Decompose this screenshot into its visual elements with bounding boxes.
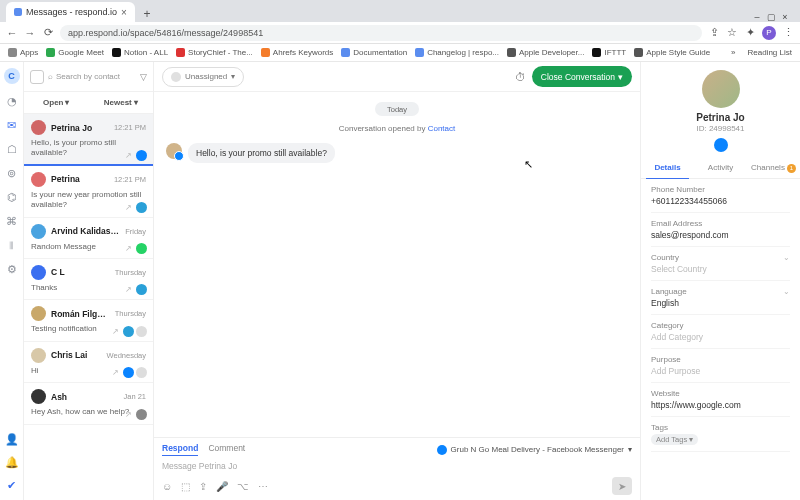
conversation-item[interactable]: Román FilgueiraThursdayTesting notificat… <box>24 300 153 341</box>
snippet-icon[interactable]: ⌥ <box>237 481 249 492</box>
bookmark-item[interactable]: Apps <box>8 48 38 57</box>
dashboard-icon[interactable]: ◔ <box>5 95 18 108</box>
close-window-icon[interactable]: × <box>780 12 790 22</box>
sort-filter[interactable]: Newest▾ <box>89 92 154 113</box>
filter-icon[interactable]: ▽ <box>140 72 147 82</box>
workflow-icon[interactable]: ⌬ <box>5 191 18 204</box>
bookmark-item[interactable]: Ahrefs Keywords <box>261 48 333 57</box>
minimize-icon[interactable]: – <box>752 12 762 22</box>
conv-avatar <box>31 224 46 239</box>
contacts-icon[interactable]: ☖ <box>5 143 18 156</box>
menu-dots-icon[interactable]: ⋮ <box>782 27 794 39</box>
conversation-list: ⌕ Search by contact ▽ Open▾ Newest▾ Petr… <box>24 62 154 500</box>
tab-details[interactable]: Details <box>641 158 694 178</box>
browser-tab[interactable]: Messages - respond.io × <box>6 2 135 22</box>
conversation-item[interactable]: AshJan 21Hey Ash, how can we help?↗ <box>24 383 153 424</box>
attach-icon[interactable]: ⬚ <box>181 481 190 492</box>
star-icon[interactable]: ☆ <box>726 27 738 39</box>
send-button[interactable]: ➤ <box>612 477 632 495</box>
reply-arrow-icon: ↗ <box>123 243 134 254</box>
tab-channels[interactable]: Channels1 <box>747 158 800 178</box>
bookmark-item[interactable]: Notion - ALL <box>112 48 168 57</box>
bell-icon[interactable]: 🔔 <box>5 456 18 469</box>
bookmark-favicon <box>415 48 424 57</box>
chevron-down-icon: ⌄ <box>783 287 790 296</box>
contact-field[interactable]: TagsAdd Tags ▾ <box>651 417 790 452</box>
status-filter[interactable]: Open▾ <box>24 92 89 113</box>
bookmark-label: Google Meet <box>58 48 104 57</box>
maximize-icon[interactable]: ▢ <box>766 12 776 22</box>
reports-icon[interactable]: ⫴ <box>5 239 18 252</box>
upload-icon[interactable]: ⇪ <box>199 481 207 492</box>
add-tag-chip[interactable]: Add Tags ▾ <box>651 434 698 445</box>
contact-field[interactable]: Email Addresssales@respond.com <box>651 213 790 247</box>
back-icon[interactable]: ← <box>6 27 18 39</box>
bookmark-item[interactable]: IFTTT <box>592 48 626 57</box>
user-icon[interactable]: 👤 <box>5 433 18 446</box>
bookmark-item[interactable]: Apple Developer... <box>507 48 584 57</box>
share-icon[interactable]: ⇪ <box>708 27 720 39</box>
date-pill: Today <box>375 102 419 116</box>
respond-logo-icon[interactable]: ✔ <box>5 479 18 492</box>
workspace-logo[interactable]: C <box>4 68 20 84</box>
conversation-item[interactable]: Petrina12:21 PMIs your new year promotio… <box>24 166 153 218</box>
new-tab-button[interactable]: + <box>139 6 155 22</box>
forward-icon[interactable]: → <box>24 27 36 39</box>
channel-icon <box>136 243 147 254</box>
contact-field[interactable]: CategoryAdd Category <box>651 315 790 349</box>
channel-icon <box>136 202 147 213</box>
bookmark-item[interactable]: Apple Style Guide <box>634 48 710 57</box>
address-bar[interactable]: app.respond.io/space/54816/message/24998… <box>60 25 702 41</box>
channel-selector[interactable]: Grub N Go Meal Delivery - Facebook Messe… <box>437 445 632 455</box>
puzzle-icon[interactable]: ✦ <box>744 27 756 39</box>
reply-tab-comment[interactable]: Comment <box>208 443 245 456</box>
search-input[interactable]: ⌕ Search by contact <box>48 72 136 81</box>
tab-activity[interactable]: Activity <box>694 158 747 178</box>
message-input[interactable]: Message Petrina Jo <box>162 459 632 477</box>
tab-title: Messages - respond.io <box>26 7 117 17</box>
settings-icon[interactable]: ⚙ <box>5 263 18 276</box>
conv-avatar <box>31 120 46 135</box>
emoji-icon[interactable]: ☺ <box>162 481 172 492</box>
conversation-item[interactable]: Chris LaiWednesdayHi↗ <box>24 342 153 383</box>
contact-field[interactable]: PurposeAdd Purpose <box>651 349 790 383</box>
assignee-dropdown[interactable]: Unassigned ▾ <box>162 67 244 87</box>
bookmark-item[interactable]: StoryChief - The... <box>176 48 253 57</box>
collapse-button[interactable] <box>30 70 44 84</box>
profile-avatar[interactable]: P <box>762 26 776 40</box>
snooze-icon[interactable]: ⏱ <box>515 71 526 83</box>
conv-name: C L <box>51 267 110 277</box>
bookmark-item[interactable]: Google Meet <box>46 48 104 57</box>
conversation-item[interactable]: Arvind Kalidas NairFridayRandom Message↗ <box>24 218 153 259</box>
bookmark-favicon <box>592 48 601 57</box>
bookmark-item[interactable]: Documentation <box>341 48 407 57</box>
channel-icon <box>136 409 147 420</box>
contact-field[interactable]: Country⌄Select Country <box>651 247 790 281</box>
reload-icon[interactable]: ⟳ <box>42 27 54 39</box>
message-bubble: Hello, is your promo still available? <box>188 143 335 163</box>
conversation-item[interactable]: Petrina Jo12:21 PMHello, is your promo s… <box>24 114 153 166</box>
reply-tab-respond[interactable]: Respond <box>162 443 198 456</box>
opened-by-link[interactable]: Contact <box>428 124 456 133</box>
variable-icon[interactable]: ⋯ <box>258 481 268 492</box>
conversation-item[interactable]: C LThursdayThanks↗ <box>24 259 153 300</box>
chat-toolbar: Unassigned ▾ ⏱ Close Conversation ▾ <box>154 62 640 92</box>
contact-fields: Phone Number+601122334455066Email Addres… <box>641 179 800 500</box>
contact-field[interactable]: Language⌄English <box>651 281 790 315</box>
mic-icon[interactable]: 🎤 <box>216 481 228 492</box>
messenger-icon <box>437 445 447 455</box>
close-tab-icon[interactable]: × <box>121 7 127 18</box>
messenger-channel-icon <box>714 138 728 152</box>
search-placeholder: Search by contact <box>56 72 120 81</box>
contact-field[interactable]: Phone Number+601122334455066 <box>651 179 790 213</box>
bookmark-item[interactable]: Changelog | respo... <box>415 48 499 57</box>
conv-time: 12:21 PM <box>114 175 146 184</box>
reading-list[interactable]: Reading List <box>748 48 792 57</box>
contact-field[interactable]: Websitehttps://www.google.com <box>651 383 790 417</box>
broadcast-icon[interactable]: ⊚ <box>5 167 18 180</box>
close-conversation-button[interactable]: Close Conversation ▾ <box>532 66 632 87</box>
field-label: Country <box>651 253 679 262</box>
messages-icon[interactable]: ✉ <box>5 119 18 132</box>
bookmarks-overflow-icon[interactable]: » <box>731 48 735 57</box>
org-icon[interactable]: ⌘ <box>5 215 18 228</box>
